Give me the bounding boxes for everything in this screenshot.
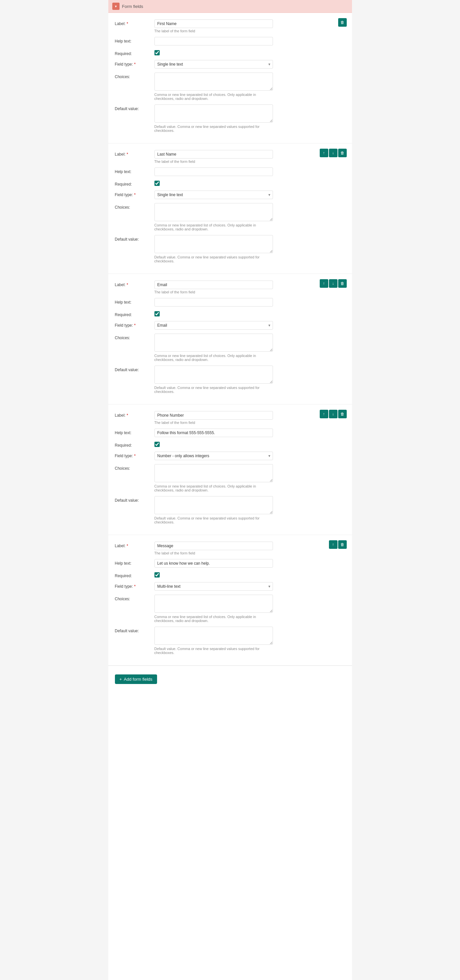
default-value-textarea-4[interactable] <box>154 496 273 514</box>
default-value-control-4: Default value. Comma or new line separat… <box>154 496 273 524</box>
delete-button-5[interactable]: 🗑 <box>338 540 347 549</box>
required-asterisk-1: * <box>127 21 128 26</box>
help-text-label-5: Help text: <box>115 559 151 566</box>
label-control-1: The label of the form field <box>154 19 273 33</box>
form-field-section-2: ↑↓🗑 Label: * The label of the form field… <box>108 143 352 274</box>
form-field-section-3: ↑↓🗑 Label: * The label of the form field… <box>108 274 352 404</box>
choices-textarea-4[interactable] <box>154 464 273 482</box>
required-row-1: Required: <box>115 49 346 56</box>
help-text-label-2: Help text: <box>115 167 151 174</box>
choices-textarea-5[interactable] <box>154 595 273 613</box>
default-value-row-4: Default value: Default value. Comma or n… <box>115 496 346 524</box>
label-input-1[interactable] <box>154 19 273 28</box>
top-bar: ▾ Form fields <box>108 0 352 13</box>
required-row-2: Required: <box>115 180 346 186</box>
choices-textarea-1[interactable] <box>154 73 273 91</box>
field-type-label-3: Field type: * <box>115 321 151 328</box>
default-value-hint-1: Default value. Comma or new line separat… <box>154 125 273 132</box>
section-actions-5: ↑🗑 <box>329 540 347 549</box>
required-row-5: Required: <box>115 571 346 578</box>
required-label-3: Required: <box>115 310 151 317</box>
add-form-fields-button[interactable]: + Add form fields <box>115 675 157 684</box>
label-input-3[interactable] <box>154 280 273 289</box>
move-up-button-5[interactable]: ↑ <box>329 540 338 549</box>
field-type-select-5[interactable]: Single line textMulti-line textEmailNumb… <box>154 582 273 591</box>
default-value-textarea-1[interactable] <box>154 105 273 123</box>
default-value-control-2: Default value. Comma or new line separat… <box>154 235 273 263</box>
field-type-row-3: Field type: * Single line textMulti-line… <box>115 321 346 329</box>
default-value-hint-5: Default value. Comma or new line separat… <box>154 647 273 655</box>
choices-row-1: Choices: Comma or new line separated lis… <box>115 73 346 100</box>
move-up-button-2[interactable]: ↑ <box>320 149 328 157</box>
help-text-row-5: Help text: <box>115 559 346 568</box>
required-checkbox-wrapper-3 <box>154 310 160 317</box>
chevron-icon: ▾ <box>115 4 117 9</box>
required-row-3: Required: <box>115 310 346 317</box>
default-value-row-2: Default value: Default value. Comma or n… <box>115 235 346 263</box>
help-text-input-1[interactable] <box>154 37 273 46</box>
form-field-section-5: ↑🗑 Label: * The label of the form field … <box>108 535 352 665</box>
label-hint-3: The label of the form field <box>154 290 273 294</box>
field-type-select-2[interactable]: Single line textMulti-line textEmailNumb… <box>154 191 273 199</box>
label-input-4[interactable] <box>154 411 273 420</box>
delete-button-2[interactable]: 🗑 <box>338 149 347 157</box>
choices-textarea-3[interactable] <box>154 334 273 352</box>
required-checkbox-2[interactable] <box>154 181 160 186</box>
default-value-textarea-2[interactable] <box>154 235 273 253</box>
field-type-select-1[interactable]: Single line textMulti-line textEmailNumb… <box>154 60 273 68</box>
move-down-button-2[interactable]: ↓ <box>329 149 338 157</box>
required-checkbox-wrapper-4 <box>154 441 160 447</box>
required-checkbox-1[interactable] <box>154 50 160 56</box>
required-label-1: Required: <box>115 49 151 56</box>
label-label-4: Label: * <box>115 411 151 418</box>
move-down-button-4[interactable]: ↓ <box>329 410 338 418</box>
label-label-2: Label: * <box>115 150 151 157</box>
choices-hint-1: Comma or new line separated list of choi… <box>154 92 273 100</box>
move-up-button-3[interactable]: ↑ <box>320 279 328 288</box>
required-checkbox-wrapper-1 <box>154 49 160 56</box>
default-value-row-3: Default value: Default value. Comma or n… <box>115 366 346 394</box>
field-type-select-3[interactable]: Single line textMulti-line textEmailNumb… <box>154 321 273 329</box>
help-text-control-2 <box>154 167 273 176</box>
label-label-3: Label: * <box>115 280 151 287</box>
label-input-5[interactable] <box>154 542 273 550</box>
default-value-row-1: Default value: Default value. Comma or n… <box>115 105 346 132</box>
delete-button-1[interactable]: 🗑 <box>338 18 347 27</box>
label-label-5: Label: * <box>115 542 151 548</box>
delete-button-4[interactable]: 🗑 <box>338 410 347 418</box>
field-type-select-4[interactable]: Single line textMulti-line textEmailNumb… <box>154 452 273 460</box>
fields-container: 🗑 Label: * The label of the form field H… <box>108 13 352 665</box>
label-hint-4: The label of the form field <box>154 421 273 425</box>
label-input-2[interactable] <box>154 150 273 159</box>
choices-control-4: Comma or new line separated list of choi… <box>154 464 273 492</box>
choices-textarea-2[interactable] <box>154 203 273 221</box>
field-type-label-1: Field type: * <box>115 60 151 67</box>
default-value-textarea-5[interactable] <box>154 627 273 645</box>
move-down-button-3[interactable]: ↓ <box>329 279 338 288</box>
top-bar-chevron[interactable]: ▾ <box>112 3 119 10</box>
label-control-5: The label of the form field <box>154 542 273 555</box>
label-control-2: The label of the form field <box>154 150 273 164</box>
field-type-select-wrapper-3: Single line textMulti-line textEmailNumb… <box>154 321 273 329</box>
help-text-input-2[interactable] <box>154 167 273 176</box>
choices-hint-2: Comma or new line separated list of choi… <box>154 223 273 231</box>
help-text-input-4[interactable] <box>154 428 273 437</box>
default-value-textarea-3[interactable] <box>154 366 273 384</box>
field-type-select-wrapper-2: Single line textMulti-line textEmailNumb… <box>154 191 273 199</box>
bottom-bar: + Add form fields <box>108 665 352 692</box>
required-asterisk-2: * <box>127 152 128 157</box>
required-label-4: Required: <box>115 441 151 448</box>
choices-label-3: Choices: <box>115 334 151 340</box>
delete-button-3[interactable]: 🗑 <box>338 279 347 288</box>
required-checkbox-5[interactable] <box>154 572 160 578</box>
help-text-input-3[interactable] <box>154 298 273 307</box>
field-type-row-1: Field type: * Single line textMulti-line… <box>115 60 346 68</box>
choices-row-3: Choices: Comma or new line separated lis… <box>115 334 346 362</box>
default-value-label-5: Default value: <box>115 627 151 633</box>
required-checkbox-3[interactable] <box>154 311 160 317</box>
move-up-button-4[interactable]: ↑ <box>320 410 328 418</box>
required-checkbox-4[interactable] <box>154 442 160 447</box>
help-text-input-5[interactable] <box>154 559 273 568</box>
choices-row-4: Choices: Comma or new line separated lis… <box>115 464 346 492</box>
help-text-row-4: Help text: <box>115 428 346 437</box>
